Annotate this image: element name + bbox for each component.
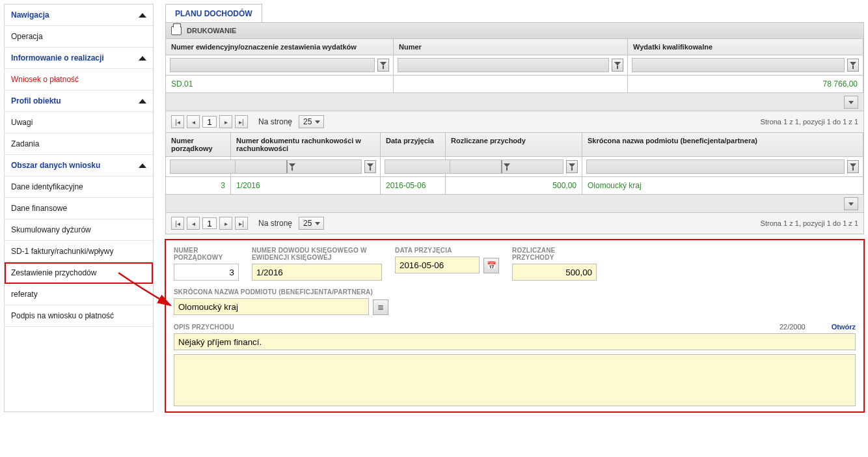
dropdown-icon[interactable] bbox=[844, 197, 858, 210]
nav-sd1[interactable]: SD-1 faktury/rachunki/wpływy bbox=[5, 241, 153, 262]
toolbar: DRUKOWANIE bbox=[165, 22, 864, 39]
filter-icon[interactable] bbox=[847, 59, 859, 72]
cell-c4: Olomoucký kraj bbox=[582, 177, 863, 194]
nav-referaty[interactable]: referaty bbox=[5, 284, 153, 305]
chevron-up-icon bbox=[139, 13, 146, 18]
grid-filter bbox=[166, 156, 863, 176]
page-input[interactable] bbox=[202, 116, 217, 128]
chevron-up-icon bbox=[139, 99, 146, 104]
list-icon[interactable]: ≣ bbox=[373, 299, 388, 315]
pager-info: Strona 1 z 1, pozycji 1 do 1 z 1 bbox=[761, 219, 858, 227]
filter-icon[interactable] bbox=[286, 160, 288, 173]
nav-label: Nawigacja bbox=[11, 10, 49, 20]
gh-wydatki[interactable]: Wydatki kwalifikowalne bbox=[628, 39, 863, 55]
nav-skum[interactable]: Skumulowany dyżurów bbox=[5, 219, 153, 241]
table-row[interactable]: SD.01 78 766,00 bbox=[166, 75, 863, 92]
toolbar-print-label[interactable]: DRUKOWANIE bbox=[187, 27, 236, 35]
input-rozliczane[interactable] bbox=[512, 264, 597, 281]
gh-c1[interactable]: Numer dokumentu rachunkowości w rachunko… bbox=[231, 133, 381, 156]
per-page-select[interactable]: 25 bbox=[299, 115, 324, 128]
page-input[interactable] bbox=[202, 217, 217, 229]
per-page-select[interactable]: 25 bbox=[299, 217, 324, 230]
dropdown-icon[interactable] bbox=[844, 96, 858, 109]
nav-operacja[interactable]: Operacja bbox=[5, 26, 153, 48]
label-opis: OPIS PRZYCHODU bbox=[174, 324, 234, 331]
page-last-icon[interactable]: ▸| bbox=[235, 217, 248, 230]
sidebar: Nawigacja Operacja Informowanie o realiz… bbox=[4, 4, 154, 412]
gh-numer-ewid[interactable]: Numer ewidencyjny/oznaczenie zestawienia… bbox=[166, 39, 394, 55]
nav-podpis[interactable]: Podpis na wniosku o płatność bbox=[5, 305, 153, 327]
nav-obszar-danych[interactable]: Obszar danych wniosku bbox=[5, 155, 153, 176]
cell-sd: SD.01 bbox=[166, 76, 394, 92]
nav-zestawienie[interactable]: Zestawienie przychodów bbox=[5, 262, 153, 284]
input-data-przyjecia[interactable] bbox=[395, 256, 480, 273]
filter-icon[interactable] bbox=[847, 160, 859, 173]
calendar-icon[interactable]: 📅 bbox=[483, 258, 499, 273]
pager-1: |◂ ◂ ▸ ▸| Na stronę 25 Strona 1 z 1, poz… bbox=[165, 111, 864, 133]
gh-c2[interactable]: Data przyjęcia bbox=[381, 133, 446, 156]
open-link[interactable]: Otwórz bbox=[832, 323, 856, 331]
grid-filter bbox=[166, 55, 863, 75]
per-page-label: Na stronę bbox=[258, 219, 292, 228]
nav-dane-id[interactable]: Dane identyfikacyjne bbox=[5, 176, 153, 198]
filter-input[interactable] bbox=[235, 159, 362, 174]
label-numer-dowodu: NUMER DOWODU KSIĘGOWEGO W EWIDENCJI KSIĘ… bbox=[252, 247, 382, 261]
print-icon[interactable] bbox=[171, 26, 182, 35]
page-prev-icon[interactable]: ◂ bbox=[187, 115, 200, 128]
gh-c4[interactable]: Skrócona nazwa podmiotu (beneficjenta/pa… bbox=[582, 133, 863, 156]
cell-c2: 2016-05-06 bbox=[381, 177, 446, 194]
filter-input[interactable] bbox=[398, 58, 609, 72]
label-data-przyjecia: DATA PRZYJĘCIA bbox=[395, 247, 499, 254]
char-count: 22/2000 bbox=[780, 323, 806, 331]
cell-c0: 3 bbox=[166, 177, 231, 194]
input-opis[interactable] bbox=[174, 333, 856, 350]
page-first-icon[interactable]: |◂ bbox=[171, 217, 184, 230]
filter-input[interactable] bbox=[170, 58, 375, 72]
nav-label: Profil obiektu bbox=[11, 96, 61, 105]
opis-textarea[interactable] bbox=[174, 354, 856, 406]
nav-nawigacja[interactable]: Nawigacja bbox=[5, 5, 153, 26]
nav-label: Obszar danych wniosku bbox=[11, 161, 100, 170]
input-numer-porz[interactable] bbox=[174, 264, 239, 281]
page-next-icon[interactable]: ▸ bbox=[219, 217, 232, 230]
filter-input[interactable] bbox=[586, 159, 845, 174]
nav-informowanie[interactable]: Informowanie o realizacji bbox=[5, 48, 153, 69]
gh-c3[interactable]: Rozliczane przychody bbox=[446, 133, 582, 156]
cell-c1: 1/2016 bbox=[231, 177, 381, 194]
nav-dane-fin[interactable]: Dane finansowe bbox=[5, 198, 153, 219]
grid-head: Numer porządkowy Numer dokumentu rachunk… bbox=[166, 133, 863, 156]
gh-c0[interactable]: Numer porządkowy bbox=[166, 133, 231, 156]
main-area: PLANU DOCHODÓW DRUKOWANIE Numer ewidency… bbox=[165, 4, 864, 412]
input-skrocona-nazwa[interactable] bbox=[174, 298, 369, 315]
filter-icon[interactable] bbox=[566, 160, 578, 173]
nav-profil-obiektu[interactable]: Profil obiektu bbox=[5, 90, 153, 112]
per-page-label: Na stronę bbox=[258, 117, 292, 126]
table-row[interactable]: 3 1/2016 2016-05-06 500,00 Olomoucký kra… bbox=[166, 176, 863, 194]
nav-wniosek[interactable]: Wniosek o płatność bbox=[5, 69, 153, 90]
chevron-up-icon bbox=[139, 56, 146, 61]
label-rozliczane: ROZLICZANE PRZYCHODY bbox=[512, 247, 597, 261]
nav-uwagi[interactable]: Uwagi bbox=[5, 112, 153, 133]
cell-numer bbox=[394, 76, 628, 92]
nav-zadania[interactable]: Zadania bbox=[5, 133, 153, 155]
pager-info: Strona 1 z 1, pozycji 1 do 1 z 1 bbox=[761, 118, 858, 126]
page-first-icon[interactable]: |◂ bbox=[171, 115, 184, 128]
label-skrocona-nazwa: SKRÓCONA NAZWA PODMIOTU (BENEFICJENTA/PA… bbox=[174, 288, 395, 296]
pager-2: |◂ ◂ ▸ ▸| Na stronę 25 Strona 1 z 1, poz… bbox=[165, 213, 864, 234]
gh-numer[interactable]: Numer bbox=[394, 39, 628, 55]
cell-wydatki: 78 766,00 bbox=[628, 76, 863, 92]
form-panel: NUMER PORZĄDKOWY NUMER DOWODU KSIĘGOWEGO… bbox=[165, 240, 864, 412]
input-numer-dowodu[interactable] bbox=[252, 264, 382, 281]
filter-icon[interactable] bbox=[612, 59, 623, 72]
grid-przychody: Numer porządkowy Numer dokumentu rachunk… bbox=[165, 132, 864, 213]
tab-planu-dochodow[interactable]: PLANU DOCHODÓW bbox=[165, 4, 262, 22]
filter-icon[interactable] bbox=[377, 59, 389, 72]
page-next-icon[interactable]: ▸ bbox=[219, 115, 232, 128]
grid-footer bbox=[166, 92, 863, 111]
filter-icon[interactable] bbox=[364, 160, 376, 173]
filter-input[interactable] bbox=[632, 58, 845, 72]
filter-icon[interactable] bbox=[501, 160, 502, 173]
chevron-up-icon bbox=[139, 163, 146, 168]
page-last-icon[interactable]: ▸| bbox=[235, 115, 248, 128]
page-prev-icon[interactable]: ◂ bbox=[187, 217, 200, 230]
